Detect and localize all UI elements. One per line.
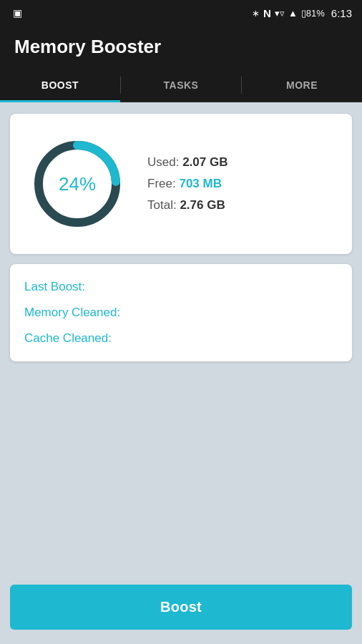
memory-card: 24% Used: 2.07 GB Free: 703 MB Total: 2.… bbox=[10, 114, 352, 254]
status-time: 6:13 bbox=[331, 7, 352, 19]
free-label: Free: bbox=[147, 177, 176, 190]
memory-cleaned-item: Memory Cleaned: bbox=[24, 306, 338, 320]
status-bar: ▣ ∗ N ▾▿ ▲ ▯81% 6:13 bbox=[0, 0, 362, 26]
used-stat: Used: 2.07 GB bbox=[147, 155, 228, 170]
cache-cleaned-item: Cache Cleaned: bbox=[24, 331, 338, 346]
tab-boost[interactable]: BOOST bbox=[0, 69, 120, 101]
free-stat: Free: 703 MB bbox=[147, 177, 228, 191]
phone-icon: ▣ bbox=[13, 7, 22, 19]
main-content: 24% Used: 2.07 GB Free: 703 MB Total: 2.… bbox=[0, 102, 362, 585]
donut-percent-label: 24% bbox=[59, 173, 96, 195]
tabs-container: BOOST TASKS MORE bbox=[0, 69, 362, 102]
tab-tasks[interactable]: TASKS bbox=[121, 69, 241, 101]
network-icon: N bbox=[263, 7, 271, 19]
last-boost-item: Last Boost: bbox=[24, 280, 338, 294]
app-header: Memory Booster bbox=[0, 26, 362, 69]
boost-button[interactable]: Boost bbox=[10, 585, 352, 630]
status-bar-left: ▣ bbox=[10, 7, 248, 19]
battery-icon: ▯81% bbox=[301, 8, 325, 19]
boost-button-container: Boost bbox=[0, 585, 362, 644]
tab-more[interactable]: MORE bbox=[242, 69, 362, 101]
total-label: Total: bbox=[147, 198, 177, 212]
memory-stats: Used: 2.07 GB Free: 703 MB Total: 2.76 G… bbox=[147, 155, 228, 213]
free-value: 703 MB bbox=[179, 177, 222, 190]
bluetooth-icon: ∗ bbox=[252, 8, 260, 19]
total-stat: Total: 2.76 GB bbox=[147, 198, 228, 213]
used-label: Used: bbox=[147, 155, 179, 169]
signal-icon: ▲ bbox=[288, 8, 298, 19]
status-icons: ∗ N ▾▿ ▲ ▯81% 6:13 bbox=[252, 7, 352, 19]
info-card: Last Boost: Memory Cleaned: Cache Cleane… bbox=[10, 264, 352, 361]
app-title: Memory Booster bbox=[14, 36, 348, 58]
wifi-icon: ▾▿ bbox=[275, 8, 285, 19]
donut-chart: 24% bbox=[27, 134, 127, 234]
total-value: 2.76 GB bbox=[180, 198, 225, 212]
used-value: 2.07 GB bbox=[182, 155, 228, 169]
